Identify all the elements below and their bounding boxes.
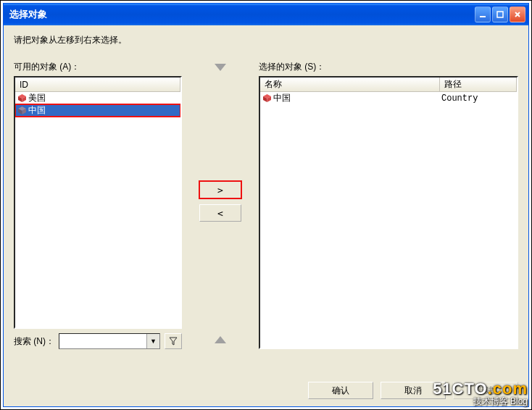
triangle-up-icon: [215, 336, 226, 343]
svg-rect-0: [480, 16, 486, 17]
close-button[interactable]: [510, 7, 525, 22]
list-item-name: 中国: [273, 92, 291, 104]
cube-icon: [262, 93, 272, 104]
list-item[interactable]: 美国: [15, 92, 180, 104]
available-label: 可用的对象 (A)：: [14, 61, 182, 73]
selected-label: 选择的对象 (S)：: [259, 61, 518, 73]
instruction-text: 请把对象从左移到右来选择。: [14, 34, 518, 46]
search-label: 搜索 (N)：: [14, 335, 54, 348]
svg-rect-1: [497, 12, 503, 17]
cancel-button[interactable]: 取消: [381, 382, 446, 399]
available-header-id[interactable]: ID: [15, 78, 180, 91]
filter-button[interactable]: [165, 333, 182, 349]
maximize-button[interactable]: [492, 7, 508, 22]
dialog-window: 选择对象 请把对象从左移到右来选择。 可用的对象 (A)： ID: [3, 3, 529, 407]
triangle-down-icon: [215, 64, 226, 71]
list-item-label: 美国: [28, 92, 46, 104]
list-item[interactable]: 中国: [15, 104, 180, 117]
chevron-right-icon: >: [217, 185, 223, 196]
search-combo[interactable]: ▼: [59, 333, 160, 349]
move-left-button[interactable]: <: [199, 204, 241, 222]
cube-icon: [17, 106, 27, 116]
funnel-icon: [169, 337, 178, 346]
selected-listbox[interactable]: 名称 路径 中国 Country: [259, 76, 518, 349]
list-item-label: 中国: [28, 104, 46, 117]
chevron-left-icon: <: [217, 208, 223, 219]
titlebar[interactable]: 选择对象: [4, 4, 528, 25]
list-item[interactable]: 中国 Country: [260, 92, 517, 104]
window-title: 选择对象: [9, 8, 475, 21]
ok-button[interactable]: 确认: [308, 382, 373, 399]
chevron-down-icon[interactable]: ▼: [146, 334, 159, 348]
available-listbox[interactable]: ID 美国 中国: [14, 76, 182, 329]
selected-header-name[interactable]: 名称: [260, 78, 440, 91]
cube-icon: [17, 93, 27, 104]
move-right-button[interactable]: >: [199, 181, 241, 198]
selected-header-path[interactable]: 路径: [440, 78, 517, 91]
minimize-button[interactable]: [475, 7, 491, 22]
new-button[interactable]: 新建: [453, 382, 518, 399]
list-item-path: Country: [441, 93, 517, 104]
